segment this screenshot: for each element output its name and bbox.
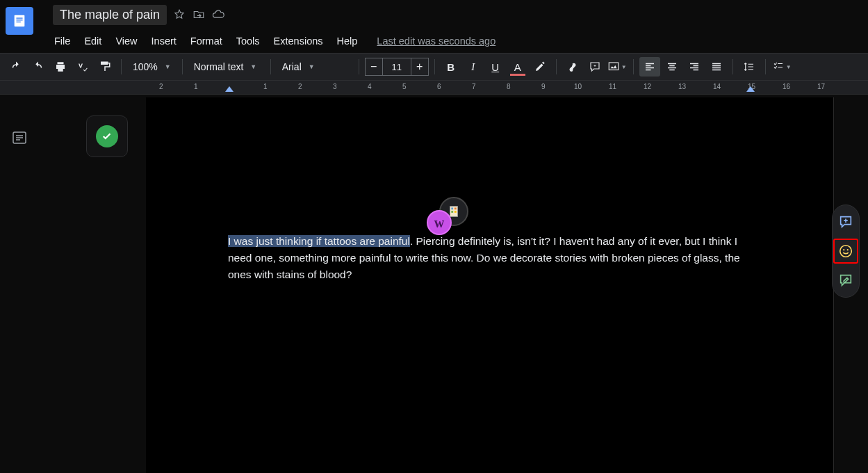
suggest-icon	[838, 273, 853, 288]
ruler-tick: 2	[159, 83, 163, 90]
left-indent-marker[interactable]	[225, 86, 234, 92]
ruler-tick: 17	[817, 83, 825, 90]
cloud-status-icon[interactable]	[211, 8, 225, 22]
paint-format-button[interactable]	[95, 57, 115, 77]
align-center-button[interactable]	[662, 57, 682, 77]
move-icon[interactable]	[192, 8, 206, 22]
font-dropdown[interactable]: Arial▼	[277, 57, 353, 77]
ruler-tick: 12	[644, 83, 651, 90]
toolbar-separator	[270, 59, 271, 74]
paragraph-style-dropdown[interactable]: Normal text▼	[188, 57, 265, 77]
document-page[interactable]: I was just thinking if tattoos are painf…	[146, 97, 834, 473]
bold-icon: B	[447, 61, 455, 73]
menu-help[interactable]: Help	[331, 33, 363, 49]
link-button[interactable]	[562, 57, 583, 77]
svg-point-11	[840, 246, 852, 257]
comment-icon	[589, 61, 601, 73]
ruler[interactable]: 2 1 1 2 3 4 5 6 7 8 9 10 11 12 13 14 15 …	[0, 81, 868, 95]
underline-button[interactable]: U	[485, 57, 506, 77]
ruler-tick: 2	[298, 83, 302, 90]
add-comment-floating[interactable]	[833, 209, 858, 234]
align-right-button[interactable]	[684, 57, 705, 77]
zoom-dropdown[interactable]: 100%▼	[127, 57, 177, 77]
align-justify-icon	[710, 61, 723, 73]
right-indent-marker[interactable]	[746, 86, 755, 92]
menu-file[interactable]: File	[49, 33, 76, 49]
add-emoji-reaction[interactable]	[833, 239, 858, 264]
ruler-tick: 10	[574, 83, 582, 90]
toolbar-separator	[121, 59, 122, 74]
font-size-increase[interactable]: +	[411, 58, 429, 76]
spellcheck-icon	[76, 61, 89, 73]
check-circle-icon	[96, 125, 118, 147]
undo-icon	[10, 61, 22, 73]
spellcheck-button[interactable]	[72, 57, 93, 77]
menu-bar: File Edit View Insert Format Tools Exten…	[0, 29, 868, 53]
toolbar-separator	[359, 59, 359, 74]
suggest-edits-floating[interactable]	[833, 268, 858, 293]
highlight-icon	[534, 61, 546, 73]
align-justify-button[interactable]	[706, 57, 727, 77]
title-bar: The maple of pain	[0, 0, 868, 29]
menu-insert[interactable]: Insert	[146, 33, 182, 49]
image-button[interactable]: ▼	[607, 57, 628, 77]
last-edit-info[interactable]: Last edit was seconds ago	[377, 35, 496, 47]
document-title[interactable]: The maple of pain	[53, 5, 167, 25]
print-button[interactable]	[50, 57, 71, 77]
paint-roller-icon	[99, 61, 111, 73]
menu-view[interactable]: View	[110, 33, 142, 49]
svg-point-13	[847, 249, 849, 250]
ruler-tick: 14	[713, 83, 721, 90]
italic-button[interactable]: I	[463, 57, 484, 77]
avatar-letter: w	[434, 215, 444, 231]
link-icon	[566, 61, 579, 73]
svg-rect-1	[16, 17, 22, 18]
font-size-decrease[interactable]: −	[365, 58, 383, 76]
ruler-tick: 11	[609, 83, 616, 90]
document-body[interactable]: I was just thinking if tattoos are painf…	[228, 233, 748, 283]
checklist-button[interactable]: ▼	[771, 57, 792, 77]
chevron-down-icon: ▼	[309, 63, 315, 70]
ruler-tick: 6	[437, 83, 441, 90]
floating-actions	[832, 205, 860, 298]
chevron-down-icon: ▼	[786, 64, 792, 70]
ruler-inner: 2 1 1 2 3 4 5 6 7 8 9 10 11 12 13 14 15 …	[146, 81, 868, 94]
ruler-tick: 3	[333, 83, 337, 90]
svg-rect-0	[15, 15, 25, 27]
ruler-tick: 1	[194, 83, 198, 90]
outline-toggle[interactable]	[11, 129, 31, 149]
chevron-down-icon: ▼	[621, 64, 627, 70]
font-size-group: − 11 +	[365, 58, 429, 76]
ruler-tick: 8	[507, 83, 511, 90]
menu-tools[interactable]: Tools	[231, 33, 265, 49]
comment-button[interactable]	[584, 57, 605, 77]
toolbar-separator	[556, 59, 557, 74]
ruler-tick: 9	[541, 83, 546, 90]
menu-edit[interactable]: Edit	[79, 33, 107, 49]
align-left-button[interactable]	[639, 57, 660, 77]
add-comment-icon	[838, 214, 853, 230]
highlight-button[interactable]	[530, 57, 550, 77]
text-color-button[interactable]: A	[507, 57, 528, 77]
bold-button[interactable]: B	[441, 57, 461, 77]
docs-logo[interactable]	[6, 7, 33, 35]
toolbar-separator	[732, 59, 733, 74]
svg-rect-7	[451, 208, 453, 210]
grammarly-badge[interactable]	[86, 115, 128, 157]
align-right-icon	[688, 61, 701, 73]
redo-button[interactable]	[28, 57, 49, 77]
underline-icon: U	[491, 61, 499, 73]
star-icon[interactable]	[172, 8, 186, 22]
chevron-down-icon: ▼	[165, 63, 171, 70]
collaborator-avatar-2[interactable]: w	[427, 210, 452, 235]
svg-point-12	[843, 249, 844, 250]
line-spacing-button[interactable]	[739, 57, 760, 77]
style-value: Normal text	[194, 61, 244, 72]
outline-icon	[11, 129, 28, 146]
selected-text[interactable]: I was just thinking if tattoos are painf…	[228, 235, 410, 247]
menu-format[interactable]: Format	[185, 33, 228, 49]
svg-rect-10	[455, 211, 457, 213]
menu-extensions[interactable]: Extensions	[268, 33, 329, 49]
undo-button[interactable]	[6, 57, 26, 77]
font-size-value[interactable]: 11	[383, 58, 411, 76]
